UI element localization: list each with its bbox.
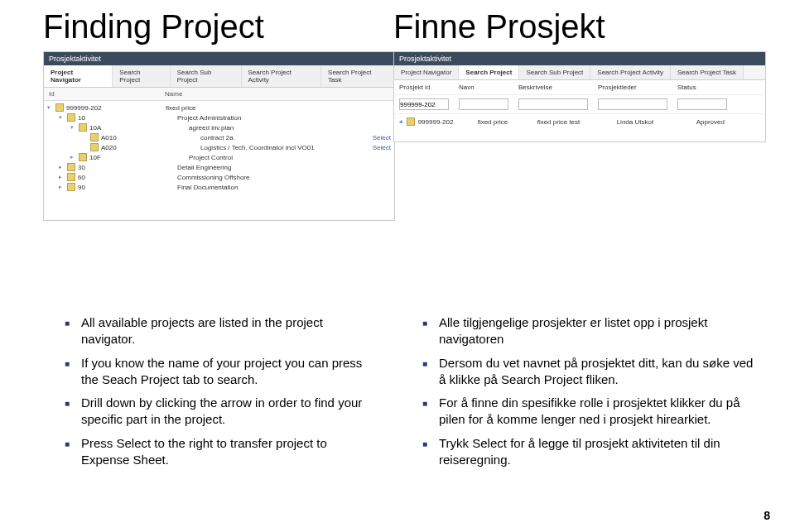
- result-leader: Linda Utskot: [617, 118, 696, 126]
- tree-row[interactable]: ▾999999-202fixed price: [47, 103, 391, 113]
- tree-id: 999999-202: [66, 104, 166, 112]
- status-input[interactable]: [677, 98, 727, 110]
- col-leader: Prosjektleder: [593, 80, 672, 94]
- chevron-icon[interactable]: ▾: [59, 114, 67, 121]
- folder-icon: [55, 103, 64, 112]
- leader-input[interactable]: [598, 98, 667, 110]
- tab-search-project-activity[interactable]: Search Project Activity: [590, 65, 671, 79]
- tab-project-navigator[interactable]: Project Navigator: [44, 65, 113, 87]
- tree-name: agreed inv.plan: [189, 124, 391, 132]
- tab-search-project-task[interactable]: Search Project Task: [321, 65, 394, 87]
- search-input-row: [394, 95, 765, 114]
- tree-row[interactable]: ▾10Project Administration: [47, 113, 391, 122]
- col-name: Name: [160, 88, 361, 100]
- bullet-item: Trykk Select for å legge til prosjekt ak…: [422, 435, 754, 469]
- bullets-right: Alle tilgjengelige prosjekter er listet …: [422, 314, 754, 475]
- expand-icon[interactable]: +: [399, 118, 403, 126]
- search-header-row: Prosjekt id Navn Beskrivelse Prosjektled…: [394, 80, 765, 95]
- tree-row[interactable]: A010contract 2aSelect: [47, 132, 391, 142]
- bullet-item: Alle tilgjengelige prosjekter er listet …: [422, 314, 754, 348]
- select-link[interactable]: Select: [373, 134, 391, 141]
- folder-icon: [79, 123, 87, 132]
- result-id: 999999-202: [418, 118, 478, 126]
- tab-search-sub-project[interactable]: Search Sub Project: [171, 65, 242, 87]
- col-status: Status: [672, 80, 732, 94]
- select-link[interactable]: Select: [373, 144, 391, 151]
- tree-name: Final Documentation: [177, 184, 391, 191]
- tabbar-right: Project NavigatorSearch ProjectSearch Su…: [394, 65, 765, 80]
- project-tree: ▾999999-202fixed price▾10Project Adminis…: [44, 101, 394, 194]
- folder-icon: [90, 133, 99, 141]
- bullet-item: If you know the name of your project you…: [65, 355, 371, 389]
- screenshot-right: Prosjektaktivitet Project NavigatorSearc…: [393, 51, 766, 142]
- tree-name: fixed price: [166, 104, 391, 112]
- chevron-icon[interactable]: ▸: [59, 164, 67, 170]
- tree-id: 10F: [89, 154, 189, 161]
- tree-id: 30: [78, 164, 177, 171]
- tree-name: Logistics / Tech. Coordinator incl VO01: [200, 144, 373, 151]
- tree-row[interactable]: ▸10FProject Control: [47, 152, 391, 162]
- tree-row[interactable]: A020Logistics / Tech. Coordinator incl V…: [47, 142, 391, 152]
- chevron-icon[interactable]: ▸: [59, 174, 67, 180]
- result-desc: fixed price test: [537, 118, 617, 126]
- screenshot-left: Prosjektaktivitet Project NavigatorSearc…: [43, 51, 395, 221]
- heading-right: Finne Prosjekt: [393, 8, 605, 46]
- folder-icon: [67, 113, 75, 122]
- tree-row[interactable]: ▸90Final Documentation: [47, 182, 391, 192]
- result-status: Approved: [696, 118, 756, 126]
- tree-row[interactable]: ▸30Detail Engineering: [47, 162, 391, 172]
- name-input[interactable]: [459, 98, 508, 110]
- tree-id: 10A: [89, 124, 189, 132]
- tree-id: 90: [78, 184, 177, 191]
- tree-id: 10: [78, 114, 177, 122]
- folder-icon: [79, 153, 87, 161]
- tree-header: Id Name: [44, 88, 394, 101]
- chevron-icon[interactable]: ▾: [70, 124, 79, 131]
- tab-search-project-task[interactable]: Search Project Task: [671, 65, 744, 79]
- folder-icon: [407, 117, 415, 126]
- folder-icon: [67, 173, 75, 181]
- col-navn: Navn: [454, 80, 513, 94]
- app-title-right: Prosjektaktivitet: [394, 52, 765, 65]
- chevron-icon[interactable]: ▾: [47, 104, 55, 111]
- result-name: fixed price: [478, 118, 537, 126]
- tree-id: A020: [101, 144, 200, 151]
- folder-icon: [67, 183, 75, 191]
- tab-search-project[interactable]: Search Project: [113, 65, 170, 87]
- bullets-left: All available projects are listed in the…: [65, 314, 371, 475]
- folder-icon: [90, 143, 99, 151]
- folder-icon: [67, 163, 75, 171]
- tree-name: Commissioning Offshore: [177, 174, 391, 181]
- page-number: 8: [764, 509, 770, 522]
- tree-id: 60: [78, 174, 177, 181]
- tree-name: Project Control: [189, 154, 391, 161]
- bullet-item: All available projects are listed in the…: [65, 314, 371, 348]
- bullet-item: Dersom du vet navnet på prosjektet ditt,…: [422, 355, 754, 389]
- tab-search-project-activity[interactable]: Search Project Activity: [242, 65, 322, 87]
- chevron-icon[interactable]: ▸: [70, 154, 79, 161]
- tree-name: Project Administration: [177, 114, 391, 122]
- col-id: Id: [44, 88, 160, 100]
- tree-id: A010: [101, 134, 200, 141]
- tab-project-navigator[interactable]: Project Navigator: [394, 65, 459, 79]
- app-title-left: Prosjektaktivitet: [44, 52, 394, 65]
- tab-search-sub-project[interactable]: Search Sub Project: [519, 65, 590, 79]
- tabbar-left: Project NavigatorSearch ProjectSearch Su…: [44, 65, 394, 88]
- bullet-item: Press Select to the right to transfer pr…: [65, 435, 371, 469]
- bullet-item: Drill down by clicking the arrow in orde…: [65, 395, 371, 429]
- tab-search-project[interactable]: Search Project: [459, 65, 519, 79]
- heading-left: Finding Project: [43, 8, 264, 46]
- chevron-icon[interactable]: ▸: [59, 184, 67, 190]
- tree-name: Detail Engineering: [177, 164, 391, 171]
- bullet-item: For å finne din spesifikke rolle i prosj…: [422, 395, 754, 429]
- col-projid: Prosjekt id: [394, 80, 454, 94]
- search-input[interactable]: [399, 98, 449, 110]
- tree-name: contract 2a: [200, 134, 373, 141]
- tree-row[interactable]: ▾10Aagreed inv.plan: [47, 122, 391, 132]
- col-desc: Beskrivelse: [513, 80, 593, 94]
- search-result-row[interactable]: + 999999-202 fixed price fixed price tes…: [394, 114, 765, 129]
- tree-row[interactable]: ▸60Commissioning Offshore: [47, 172, 391, 182]
- desc-input[interactable]: [518, 98, 588, 110]
